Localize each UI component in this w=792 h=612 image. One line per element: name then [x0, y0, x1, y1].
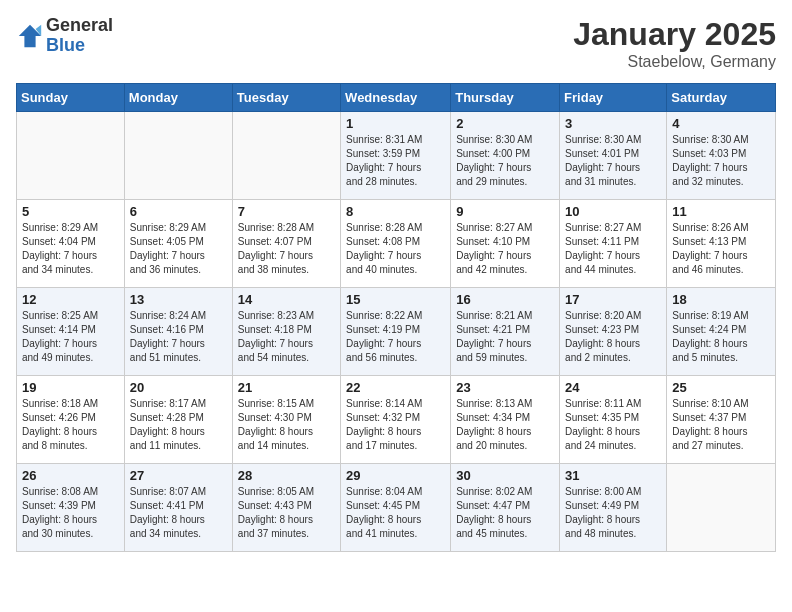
calendar-cell: 14Sunrise: 8:23 AM Sunset: 4:18 PM Dayli…: [232, 288, 340, 376]
day-number: 23: [456, 380, 554, 395]
weekday-header-monday: Monday: [124, 84, 232, 112]
logo: General Blue: [16, 16, 113, 56]
calendar-week-row: 26Sunrise: 8:08 AM Sunset: 4:39 PM Dayli…: [17, 464, 776, 552]
calendar-cell: 3Sunrise: 8:30 AM Sunset: 4:01 PM Daylig…: [560, 112, 667, 200]
day-number: 24: [565, 380, 661, 395]
weekday-header-saturday: Saturday: [667, 84, 776, 112]
day-info: Sunrise: 8:19 AM Sunset: 4:24 PM Dayligh…: [672, 309, 770, 365]
day-number: 19: [22, 380, 119, 395]
page-header: General Blue January 2025 Staebelow, Ger…: [16, 16, 776, 71]
day-info: Sunrise: 8:26 AM Sunset: 4:13 PM Dayligh…: [672, 221, 770, 277]
day-info: Sunrise: 8:29 AM Sunset: 4:04 PM Dayligh…: [22, 221, 119, 277]
calendar-cell: 20Sunrise: 8:17 AM Sunset: 4:28 PM Dayli…: [124, 376, 232, 464]
day-number: 16: [456, 292, 554, 307]
day-number: 2: [456, 116, 554, 131]
day-info: Sunrise: 8:00 AM Sunset: 4:49 PM Dayligh…: [565, 485, 661, 541]
day-number: 15: [346, 292, 445, 307]
calendar-cell: [17, 112, 125, 200]
weekday-header-row: SundayMondayTuesdayWednesdayThursdayFrid…: [17, 84, 776, 112]
day-number: 4: [672, 116, 770, 131]
day-info: Sunrise: 8:29 AM Sunset: 4:05 PM Dayligh…: [130, 221, 227, 277]
day-number: 26: [22, 468, 119, 483]
day-number: 7: [238, 204, 335, 219]
calendar-cell: 21Sunrise: 8:15 AM Sunset: 4:30 PM Dayli…: [232, 376, 340, 464]
calendar-cell: 24Sunrise: 8:11 AM Sunset: 4:35 PM Dayli…: [560, 376, 667, 464]
day-number: 20: [130, 380, 227, 395]
day-number: 21: [238, 380, 335, 395]
calendar-cell: 17Sunrise: 8:20 AM Sunset: 4:23 PM Dayli…: [560, 288, 667, 376]
calendar-cell: 2Sunrise: 8:30 AM Sunset: 4:00 PM Daylig…: [451, 112, 560, 200]
day-info: Sunrise: 8:20 AM Sunset: 4:23 PM Dayligh…: [565, 309, 661, 365]
day-number: 9: [456, 204, 554, 219]
day-number: 30: [456, 468, 554, 483]
day-info: Sunrise: 8:07 AM Sunset: 4:41 PM Dayligh…: [130, 485, 227, 541]
day-number: 14: [238, 292, 335, 307]
calendar-week-row: 12Sunrise: 8:25 AM Sunset: 4:14 PM Dayli…: [17, 288, 776, 376]
calendar-header: SundayMondayTuesdayWednesdayThursdayFrid…: [17, 84, 776, 112]
day-info: Sunrise: 8:21 AM Sunset: 4:21 PM Dayligh…: [456, 309, 554, 365]
day-info: Sunrise: 8:30 AM Sunset: 4:00 PM Dayligh…: [456, 133, 554, 189]
weekday-header-wednesday: Wednesday: [341, 84, 451, 112]
day-info: Sunrise: 8:17 AM Sunset: 4:28 PM Dayligh…: [130, 397, 227, 453]
calendar-cell: 12Sunrise: 8:25 AM Sunset: 4:14 PM Dayli…: [17, 288, 125, 376]
calendar-week-row: 5Sunrise: 8:29 AM Sunset: 4:04 PM Daylig…: [17, 200, 776, 288]
calendar-cell: 26Sunrise: 8:08 AM Sunset: 4:39 PM Dayli…: [17, 464, 125, 552]
day-info: Sunrise: 8:14 AM Sunset: 4:32 PM Dayligh…: [346, 397, 445, 453]
calendar-cell: 10Sunrise: 8:27 AM Sunset: 4:11 PM Dayli…: [560, 200, 667, 288]
calendar-cell: 22Sunrise: 8:14 AM Sunset: 4:32 PM Dayli…: [341, 376, 451, 464]
day-number: 5: [22, 204, 119, 219]
day-number: 25: [672, 380, 770, 395]
day-number: 18: [672, 292, 770, 307]
day-info: Sunrise: 8:25 AM Sunset: 4:14 PM Dayligh…: [22, 309, 119, 365]
day-info: Sunrise: 8:04 AM Sunset: 4:45 PM Dayligh…: [346, 485, 445, 541]
calendar-cell: 4Sunrise: 8:30 AM Sunset: 4:03 PM Daylig…: [667, 112, 776, 200]
day-number: 8: [346, 204, 445, 219]
calendar-cell: 19Sunrise: 8:18 AM Sunset: 4:26 PM Dayli…: [17, 376, 125, 464]
calendar-week-row: 19Sunrise: 8:18 AM Sunset: 4:26 PM Dayli…: [17, 376, 776, 464]
calendar-cell: 9Sunrise: 8:27 AM Sunset: 4:10 PM Daylig…: [451, 200, 560, 288]
day-info: Sunrise: 8:05 AM Sunset: 4:43 PM Dayligh…: [238, 485, 335, 541]
day-info: Sunrise: 8:30 AM Sunset: 4:01 PM Dayligh…: [565, 133, 661, 189]
day-number: 11: [672, 204, 770, 219]
day-info: Sunrise: 8:10 AM Sunset: 4:37 PM Dayligh…: [672, 397, 770, 453]
calendar-cell: 29Sunrise: 8:04 AM Sunset: 4:45 PM Dayli…: [341, 464, 451, 552]
day-number: 31: [565, 468, 661, 483]
day-info: Sunrise: 8:31 AM Sunset: 3:59 PM Dayligh…: [346, 133, 445, 189]
location-title: Staebelow, Germany: [573, 53, 776, 71]
calendar-cell: 15Sunrise: 8:22 AM Sunset: 4:19 PM Dayli…: [341, 288, 451, 376]
title-block: January 2025 Staebelow, Germany: [573, 16, 776, 71]
day-info: Sunrise: 8:23 AM Sunset: 4:18 PM Dayligh…: [238, 309, 335, 365]
day-info: Sunrise: 8:13 AM Sunset: 4:34 PM Dayligh…: [456, 397, 554, 453]
day-number: 27: [130, 468, 227, 483]
day-info: Sunrise: 8:28 AM Sunset: 4:08 PM Dayligh…: [346, 221, 445, 277]
calendar-cell: 13Sunrise: 8:24 AM Sunset: 4:16 PM Dayli…: [124, 288, 232, 376]
calendar-week-row: 1Sunrise: 8:31 AM Sunset: 3:59 PM Daylig…: [17, 112, 776, 200]
weekday-header-friday: Friday: [560, 84, 667, 112]
calendar-table: SundayMondayTuesdayWednesdayThursdayFrid…: [16, 83, 776, 552]
calendar-cell: 5Sunrise: 8:29 AM Sunset: 4:04 PM Daylig…: [17, 200, 125, 288]
day-info: Sunrise: 8:27 AM Sunset: 4:11 PM Dayligh…: [565, 221, 661, 277]
calendar-body: 1Sunrise: 8:31 AM Sunset: 3:59 PM Daylig…: [17, 112, 776, 552]
day-number: 22: [346, 380, 445, 395]
calendar-cell: 30Sunrise: 8:02 AM Sunset: 4:47 PM Dayli…: [451, 464, 560, 552]
day-number: 6: [130, 204, 227, 219]
day-number: 28: [238, 468, 335, 483]
weekday-header-thursday: Thursday: [451, 84, 560, 112]
day-info: Sunrise: 8:24 AM Sunset: 4:16 PM Dayligh…: [130, 309, 227, 365]
calendar-cell: 6Sunrise: 8:29 AM Sunset: 4:05 PM Daylig…: [124, 200, 232, 288]
day-number: 17: [565, 292, 661, 307]
day-info: Sunrise: 8:28 AM Sunset: 4:07 PM Dayligh…: [238, 221, 335, 277]
day-number: 3: [565, 116, 661, 131]
day-info: Sunrise: 8:11 AM Sunset: 4:35 PM Dayligh…: [565, 397, 661, 453]
calendar-cell: 25Sunrise: 8:10 AM Sunset: 4:37 PM Dayli…: [667, 376, 776, 464]
calendar-cell: 27Sunrise: 8:07 AM Sunset: 4:41 PM Dayli…: [124, 464, 232, 552]
weekday-header-tuesday: Tuesday: [232, 84, 340, 112]
logo-general-text: General: [46, 16, 113, 36]
calendar-cell: 18Sunrise: 8:19 AM Sunset: 4:24 PM Dayli…: [667, 288, 776, 376]
day-number: 1: [346, 116, 445, 131]
day-info: Sunrise: 8:18 AM Sunset: 4:26 PM Dayligh…: [22, 397, 119, 453]
day-info: Sunrise: 8:02 AM Sunset: 4:47 PM Dayligh…: [456, 485, 554, 541]
day-info: Sunrise: 8:15 AM Sunset: 4:30 PM Dayligh…: [238, 397, 335, 453]
calendar-cell: 31Sunrise: 8:00 AM Sunset: 4:49 PM Dayli…: [560, 464, 667, 552]
calendar-cell: [667, 464, 776, 552]
